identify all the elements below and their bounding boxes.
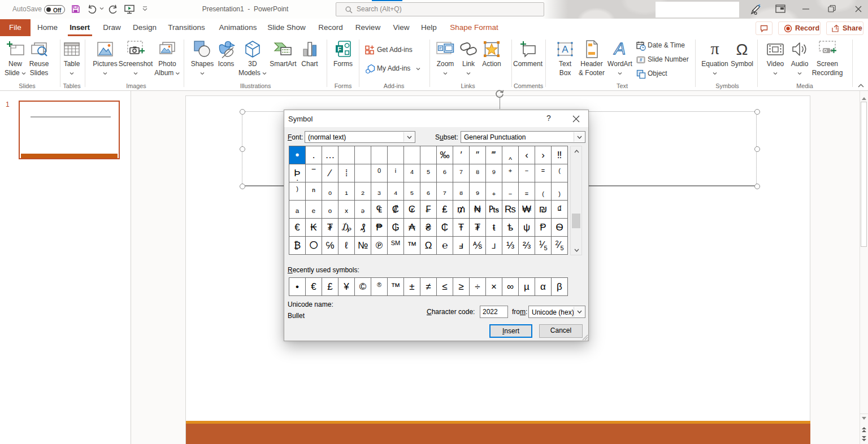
svg-text:F: F	[337, 46, 341, 53]
svg-text:A: A	[613, 40, 626, 57]
svg-text:A: A	[562, 44, 568, 55]
svg-text:#: #	[640, 57, 643, 63]
